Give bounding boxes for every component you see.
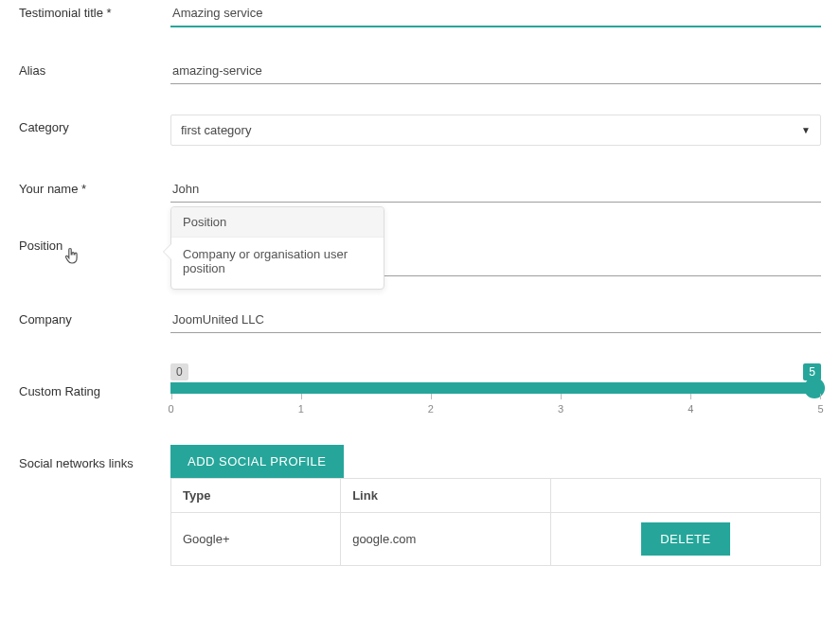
slider-tick-label: 5: [811, 403, 830, 415]
company-input[interactable]: [170, 307, 821, 333]
delete-button[interactable]: DELETE: [641, 522, 730, 556]
social-link-cell: google.com: [341, 513, 551, 566]
slider-tick-label: 0: [162, 403, 181, 415]
table-row: Google+ google.com DELETE: [171, 513, 821, 566]
slider-tick-label: 2: [421, 403, 440, 415]
rating-slider[interactable]: 0 5 0 1 2 3 4 5: [170, 363, 821, 415]
your-name-label: Your name *: [19, 176, 170, 196]
social-type-cell: Google+: [171, 513, 341, 566]
add-social-profile-button[interactable]: ADD SOCIAL PROFILE: [170, 445, 344, 478]
col-actions-header: [550, 479, 820, 513]
slider-tick-label: 3: [551, 403, 570, 415]
table-header-row: Type Link: [171, 479, 821, 513]
slider-tick-label: 4: [681, 403, 700, 415]
alias-label: Alias: [19, 58, 170, 78]
category-selected-value: first category: [181, 123, 251, 137]
category-select[interactable]: first category ▼: [170, 115, 821, 146]
slider-track[interactable]: [170, 382, 821, 394]
company-label: Company: [19, 307, 170, 327]
col-link-header: Link: [341, 479, 551, 513]
slider-min-badge: 0: [170, 363, 188, 380]
slider-thumb[interactable]: [804, 378, 825, 398]
testimonial-title-input[interactable]: [170, 0, 821, 27]
col-type-header: Type: [171, 479, 341, 513]
tooltip-title: Position: [171, 207, 384, 238]
testimonial-title-label: Testimonial title *: [19, 0, 170, 20]
tooltip-body: Company or organisation user position: [171, 238, 384, 289]
chevron-down-icon: ▼: [801, 125, 811, 135]
position-tooltip: Position Company or organisation user po…: [170, 206, 384, 290]
position-label: Position: [19, 233, 170, 253]
social-networks-label: Social networks links: [19, 445, 170, 470]
slider-ticks: 0 1 2 3 4 5: [170, 396, 821, 415]
category-label: Category: [19, 115, 170, 134]
cursor-hand-icon: [64, 246, 80, 269]
slider-tick-label: 1: [292, 403, 311, 415]
custom-rating-label: Custom Rating: [19, 363, 170, 398]
social-table: Type Link Google+ google.com DELETE: [170, 478, 821, 566]
alias-input[interactable]: [170, 58, 821, 84]
your-name-input[interactable]: [170, 176, 821, 203]
